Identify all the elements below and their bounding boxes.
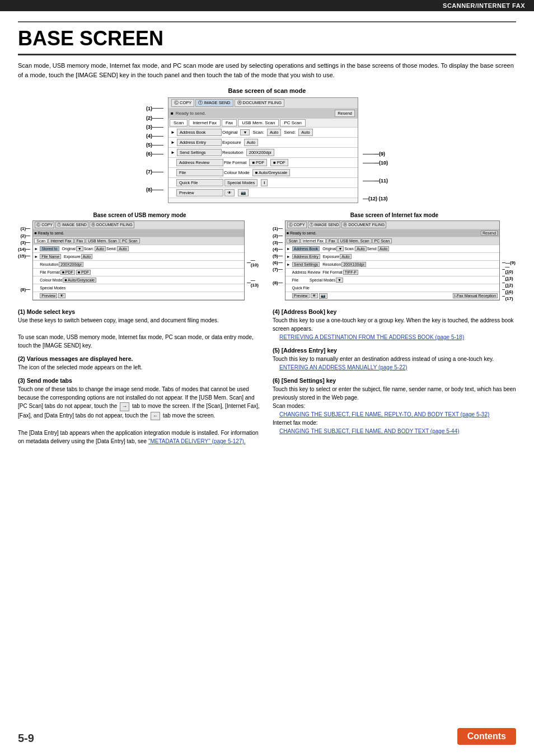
usb-preview-btn[interactable]: Preview xyxy=(40,293,57,298)
preview-btn[interactable]: Preview xyxy=(176,189,223,196)
copy-tab[interactable]: Ⓒ COPY xyxy=(171,99,194,107)
address-review-btn[interactable]: Address Review xyxy=(176,159,223,166)
scan-tab[interactable]: Scan xyxy=(170,119,188,126)
file-btn[interactable]: File xyxy=(176,169,223,176)
desc-4-text: Touch this key to use a one-touch key or… xyxy=(273,316,516,341)
ifax-ifax-tab[interactable]: Internet Fax xyxy=(301,238,326,243)
internet-fax-tab[interactable]: Internet Fax xyxy=(189,119,221,126)
usb-exp-auto[interactable]: Auto xyxy=(81,254,92,259)
preview-icon2-btn[interactable]: 📷 xyxy=(238,189,249,196)
ifax-addrentry-btn[interactable]: Address Entry xyxy=(292,254,320,259)
fax-tab[interactable]: Fax xyxy=(222,119,237,126)
image-send-tab[interactable]: Ⓣ IMAGE SEND xyxy=(195,99,233,107)
file-format-btn[interactable]: ■ PDF xyxy=(249,159,267,166)
ifax-resend-btn[interactable]: Resend xyxy=(481,231,498,236)
ifax-prev-icon2[interactable]: 📷 xyxy=(319,293,327,299)
arrow-left-box: ← xyxy=(151,412,160,421)
ifax-sendset-btn[interactable]: Send Settings xyxy=(292,262,320,267)
ifax-manual-btn[interactable]: I-Fax Manual Reception xyxy=(453,293,498,298)
usb-image-send-tab[interactable]: Ⓣ IMAGE SEND xyxy=(55,222,88,228)
ifax-ff-btn[interactable]: TIFF-F xyxy=(343,270,358,275)
colour-mode-label: Colour Mode xyxy=(224,170,250,175)
usb-ff-btn2[interactable]: ■ PDF xyxy=(76,270,91,275)
ifax-res-btn[interactable]: 200X100dpi xyxy=(341,262,366,267)
descriptions-section: (1) Mode select keys Use these keys to s… xyxy=(18,308,516,451)
i-btn[interactable]: i xyxy=(261,179,268,186)
special-modes-btn[interactable]: Special Modes xyxy=(224,179,257,186)
addr-entry-link[interactable]: ENTERING AN ADDRESS MANUALLY (page 5-22) xyxy=(279,364,407,370)
usb-preview-row: Preview 👁 xyxy=(33,292,243,300)
usb-screen-mockup: Ⓒ COPY Ⓣ IMAGE SEND Ⓡ DOCUMENT FILING ■ … xyxy=(32,220,244,300)
scan-callout-5: (5) xyxy=(146,142,152,148)
desc-6-title: (6) [Send Settings] key xyxy=(273,377,516,384)
usb-doc-filing-tab[interactable]: Ⓡ DOCUMENT FILING xyxy=(90,222,134,228)
address-book-btn[interactable]: Address Book xyxy=(177,129,222,136)
pc-scan-tab[interactable]: PC Scan xyxy=(280,119,306,126)
scan-screen-mockup: Ⓒ COPY Ⓣ IMAGE SEND Ⓡ DOCUMENT FILING ■ … xyxy=(168,97,358,203)
ifax-special-btn[interactable]: ▼ xyxy=(336,278,343,283)
usb-fax-tab[interactable]: Fax xyxy=(74,238,86,243)
scan-mode-diagram-section: Base screen of scan mode (1) (2) (3) (4)… xyxy=(18,87,516,206)
usb-prev-icon[interactable]: 👁 xyxy=(58,293,65,298)
send-settings-scan-link[interactable]: CHANGING THE SUBJECT, FILE NAME, REPLY-T… xyxy=(279,411,489,417)
ifax-usb-tab[interactable]: USB Mem. Scan xyxy=(338,238,372,243)
usb-cm-btn[interactable]: ■ Auto/Greyscale xyxy=(63,278,96,283)
usb-send-auto[interactable]: Auto xyxy=(117,246,128,251)
contents-button[interactable]: Contents xyxy=(457,728,516,745)
usb-filename-btn[interactable]: File Name xyxy=(40,254,61,259)
usb-stored-row: ► Stored to Original ▼ Scan: Auto Send: … xyxy=(33,245,243,253)
document-filing-tab[interactable]: Ⓡ DOCUMENT FILING xyxy=(235,99,285,107)
usb-pcscan-tab[interactable]: PC Scan xyxy=(120,238,140,243)
ifax-pc-tab[interactable]: PC Scan xyxy=(372,238,392,243)
scan-callout-3: (3) xyxy=(146,124,152,130)
address-entry-btn[interactable]: Address Entry xyxy=(177,139,222,146)
file-format-btn2[interactable]: ■ PDF xyxy=(270,159,288,166)
usb-mem-tab[interactable]: USB Mem. Scan xyxy=(238,119,279,126)
ifax-prev-icon[interactable]: 👁 xyxy=(311,293,318,298)
colour-mode-btn[interactable]: ■ Auto/Greyscale xyxy=(252,169,290,176)
usb-res-btn[interactable]: 200X200dpi xyxy=(59,262,83,267)
ifax-scan-auto[interactable]: Auto xyxy=(355,246,366,251)
desc-3-text: Touch one of these tabs to change the im… xyxy=(18,385,261,445)
usb-stored-btn[interactable]: Stored to xyxy=(40,246,59,251)
send-settings-btn[interactable]: Send Settings xyxy=(177,149,222,156)
resolution-label: Resolution xyxy=(222,150,243,155)
ifax-exp-auto[interactable]: Auto xyxy=(340,254,351,259)
usb-ff-btn[interactable]: ■ PDF xyxy=(60,270,75,275)
usb-copy-tab[interactable]: Ⓒ COPY xyxy=(35,222,54,228)
main-content: BASE SCREEN Scan mode, USB memory mode, … xyxy=(0,11,534,462)
ifax-fax-tab[interactable]: Fax xyxy=(326,238,338,243)
desc-item-1: (1) Mode select keys Use these keys to s… xyxy=(18,308,261,350)
exposure-btn[interactable]: Auto xyxy=(244,139,258,146)
resend-btn[interactable]: Resend xyxy=(335,110,355,117)
usb-scan-tab[interactable]: Scan xyxy=(34,238,48,243)
ifax-copy-tab[interactable]: Ⓒ COPY xyxy=(287,222,307,228)
usb-ifax-tab[interactable]: Internet Fax xyxy=(48,238,73,243)
original-btn[interactable]: ▼ xyxy=(240,129,250,135)
ifax-image-send-tab[interactable]: Ⓣ IMAGE SEND xyxy=(308,222,341,228)
ifax-addrbook-row: ► Address Book Original ▼ Scan: Auto Sen… xyxy=(285,245,499,253)
ifax-send-auto[interactable]: Auto xyxy=(378,246,389,251)
scan-callout-1: (1) xyxy=(146,106,152,111)
exposure-label: Exposure xyxy=(222,140,241,145)
ifax-addrbook-btn[interactable]: Address Book xyxy=(292,246,320,251)
scan-callout-7: (7) xyxy=(146,169,152,175)
ifax-c1: (1) xyxy=(273,226,278,231)
ifax-orig-btn[interactable]: ▼ xyxy=(336,246,344,251)
addr-book-link[interactable]: RETRIEVING A DESTINATION FROM THE ADDRES… xyxy=(279,334,464,340)
metadata-link[interactable]: "METADATA DELIVERY" (page 5-127). xyxy=(148,438,246,444)
ifax-c8: (8) xyxy=(273,280,278,285)
resolution-btn[interactable]: 200X200dpi xyxy=(246,149,274,156)
send-settings-ifax-link[interactable]: CHANGING THE SUBJECT, FILE NAME, AND BOD… xyxy=(279,428,460,434)
preview-icon-btn[interactable]: 👁 xyxy=(224,189,235,196)
usb-usb-tab[interactable]: USB Mem. Scan xyxy=(86,238,119,243)
ifax-mode-diagram: Base screen of Internet fax mode (1) (2)… xyxy=(273,212,516,300)
send-auto-btn[interactable]: Auto xyxy=(298,129,312,136)
ifax-preview-btn[interactable]: Preview xyxy=(292,293,310,298)
ifax-scan-tab[interactable]: Scan xyxy=(287,238,300,243)
scan-auto-btn[interactable]: Auto xyxy=(267,129,281,136)
usb-scan-auto[interactable]: Auto xyxy=(95,246,106,251)
usb-orig-btn[interactable]: ▼ xyxy=(76,246,83,251)
ifax-doc-filing-tab[interactable]: Ⓡ DOCUMENT FILING xyxy=(341,222,386,228)
quick-file-btn[interactable]: Quick File xyxy=(176,179,223,186)
